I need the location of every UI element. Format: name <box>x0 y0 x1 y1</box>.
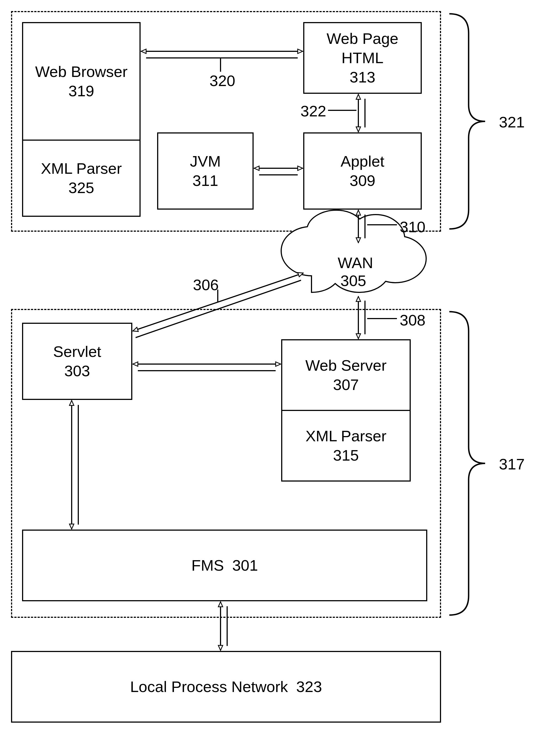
label-322: 322 <box>301 102 326 120</box>
local-process-network-box: Local Process Network 323 <box>11 651 441 723</box>
servlet-title: Servlet <box>53 342 101 361</box>
label-308: 308 <box>400 311 425 329</box>
servlet-id: 303 <box>64 361 90 381</box>
lpn-id: 323 <box>296 677 322 696</box>
web-browser-title: Web Browser <box>35 62 127 81</box>
fms-title: FMS <box>191 556 224 575</box>
server-xml-parser-title: XML Parser <box>305 426 386 446</box>
applet-box: Applet 309 <box>303 132 422 209</box>
web-server-title: Web Server <box>305 356 387 375</box>
lpn-title: Local Process Network <box>130 677 288 696</box>
web-page-html-box: Web Page HTML 313 <box>303 22 422 94</box>
web-browser-box: Web Browser 319 <box>22 22 141 141</box>
label-306: 306 <box>193 276 218 294</box>
web-page-html-id: 313 <box>350 68 375 87</box>
fms-id: 301 <box>232 556 258 575</box>
applet-id: 309 <box>350 171 375 190</box>
client-xml-parser-id: 325 <box>68 178 94 197</box>
server-xml-parser-id: 315 <box>333 446 359 465</box>
fms-box: FMS 301 <box>22 530 427 601</box>
server-xml-parser-box: XML Parser 315 <box>281 410 411 482</box>
web-server-box: Web Server 307 <box>281 339 411 411</box>
web-server-id: 307 <box>333 375 359 394</box>
wan-id: 305 <box>341 272 366 290</box>
brace-321 <box>449 14 485 229</box>
applet-title: Applet <box>341 152 385 171</box>
diagram-root: Web Browser 319 XML Parser 325 JVM 311 W… <box>0 0 556 756</box>
label-321: 321 <box>499 113 525 131</box>
wan-title: WAN <box>338 254 373 272</box>
web-page-html-title: Web Page HTML <box>304 29 421 68</box>
web-browser-id: 319 <box>68 81 94 101</box>
jvm-title: JVM <box>190 152 221 171</box>
client-xml-parser-box: XML Parser 325 <box>22 139 141 217</box>
servlet-box: Servlet 303 <box>22 323 132 400</box>
brace-317 <box>449 312 485 615</box>
label-317: 317 <box>499 455 525 473</box>
label-320: 320 <box>209 72 235 90</box>
jvm-box: JVM 311 <box>157 132 254 209</box>
label-310: 310 <box>400 218 425 236</box>
client-xml-parser-title: XML Parser <box>41 159 122 178</box>
jvm-id: 311 <box>193 171 218 190</box>
